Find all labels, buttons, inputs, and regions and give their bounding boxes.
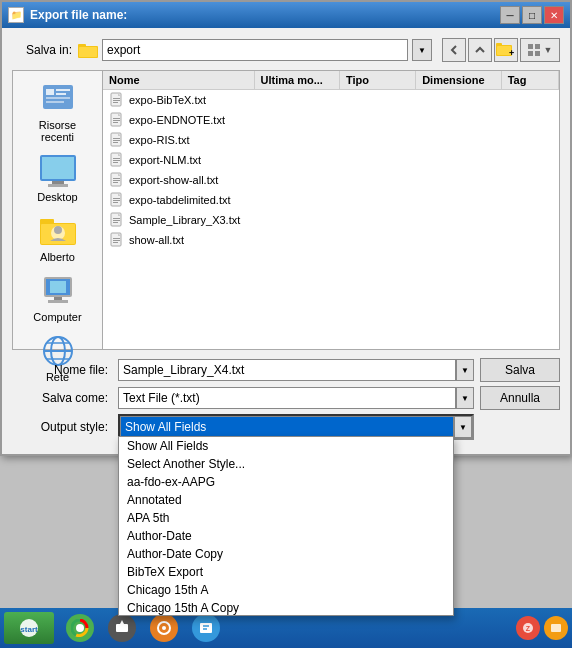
output-style-label: Output style: <box>12 420 112 434</box>
output-style-arrow[interactable]: ▼ <box>454 416 472 438</box>
sidebar-item-computer[interactable]: Computer <box>18 269 98 327</box>
svg-rect-42 <box>113 120 120 121</box>
dropdown-item[interactable]: Chicago 15th A Copy <box>119 599 453 616</box>
sidebar-label-alberto: Alberto <box>40 251 75 263</box>
user-folder-icon <box>38 213 78 249</box>
file-item[interactable]: export-show-all.txt <box>103 170 559 190</box>
title-bar-left: 📁 Export file name: <box>8 7 127 23</box>
svg-rect-54 <box>113 180 120 181</box>
file-item[interactable]: expo-BibTeX.txt <box>103 90 559 110</box>
new-folder-button[interactable]: + <box>494 38 518 62</box>
minimize-button[interactable]: ─ <box>500 6 520 24</box>
file-name: expo-ENDNOTE.txt <box>129 114 553 126</box>
svg-text:+: + <box>509 48 514 58</box>
svg-rect-51 <box>113 162 118 163</box>
salva-in-combo: export ▼ <box>78 39 432 61</box>
svg-rect-2 <box>79 47 97 57</box>
svg-rect-29 <box>48 300 68 303</box>
dropdown-item[interactable]: Show All Fields <box>119 437 453 455</box>
svg-rect-46 <box>113 140 120 141</box>
svg-rect-61 <box>113 218 120 219</box>
svg-rect-10 <box>535 51 540 56</box>
sidebar: Risorse recenti Desktop <box>12 70 102 350</box>
svg-rect-77 <box>200 623 212 633</box>
svg-rect-65 <box>113 238 120 239</box>
svg-rect-39 <box>113 102 118 103</box>
svg-rect-15 <box>46 97 70 99</box>
col-tag-header[interactable]: Tag <box>502 71 559 89</box>
svg-rect-9 <box>528 51 533 56</box>
file-item[interactable]: show-all.txt <box>103 230 559 250</box>
svg-rect-37 <box>113 98 120 99</box>
dropdown-item[interactable]: APA 5th <box>119 509 453 527</box>
taskbar-btn-1[interactable] <box>60 612 100 644</box>
file-list-area: Nome Ultima mo... Tipo Dimensione Tag <box>102 70 560 350</box>
file-item[interactable]: export-NLM.txt <box>103 150 559 170</box>
nome-file-input[interactable] <box>118 359 456 381</box>
dropdown-item[interactable]: BibTeX Export <box>119 563 453 581</box>
sidebar-label-computer: Computer <box>33 311 81 323</box>
location-combo-arrow[interactable]: ▼ <box>412 39 432 61</box>
sidebar-item-rete[interactable]: Rete <box>18 329 98 387</box>
file-browser: Risorse recenti Desktop <box>12 70 560 350</box>
title-controls: ─ □ ✕ <box>500 6 564 24</box>
file-name: export-show-all.txt <box>129 174 553 186</box>
file-item[interactable]: expo-RIS.txt <box>103 130 559 150</box>
up-button[interactable] <box>468 38 492 62</box>
taskbar-icon-red[interactable]: Z <box>516 616 540 640</box>
col-dim-header[interactable]: Dimensione <box>416 71 502 89</box>
dropdown-item[interactable]: Select Another Style... <box>119 455 453 473</box>
main-content: Salva in: export ▼ <box>2 28 570 454</box>
start-button[interactable]: start <box>4 612 54 644</box>
recent-icon <box>38 81 78 117</box>
location-combo[interactable]: export <box>102 39 408 61</box>
salva-come-arrow[interactable]: ▼ <box>456 387 474 409</box>
dropdown-item[interactable]: Author-Date <box>119 527 453 545</box>
taskbar-system-icons: Z <box>516 616 568 640</box>
sidebar-item-desktop[interactable]: Desktop <box>18 149 98 207</box>
taskbar-icon-yellow[interactable] <box>544 616 568 640</box>
col-ultima-header[interactable]: Ultima mo... <box>255 71 341 89</box>
view-button[interactable]: ▼ <box>520 38 560 62</box>
svg-rect-38 <box>113 100 120 101</box>
taskbar-btn-2[interactable] <box>102 612 142 644</box>
file-item[interactable]: Sample_Library_X3.txt <box>103 210 559 230</box>
maximize-button[interactable]: □ <box>522 6 542 24</box>
window-title: Export file name: <box>30 8 127 22</box>
file-icon <box>109 132 125 148</box>
svg-rect-12 <box>46 89 54 95</box>
svg-rect-67 <box>113 242 118 243</box>
svg-rect-58 <box>113 200 120 201</box>
close-button[interactable]: ✕ <box>544 6 564 24</box>
sidebar-item-alberto[interactable]: Alberto <box>18 209 98 267</box>
file-name: expo-RIS.txt <box>129 134 553 146</box>
dropdown-item[interactable]: aa-fdo-ex-AAPG <box>119 473 453 491</box>
svg-rect-47 <box>113 142 118 143</box>
salva-button[interactable]: Salva <box>480 358 560 382</box>
dropdown-item[interactable]: Chicago 15th A <box>119 581 453 599</box>
annulla-button[interactable]: Annulla <box>480 386 560 410</box>
taskbar-icon-2 <box>108 614 136 642</box>
svg-rect-16 <box>46 101 64 103</box>
salva-in-row: Salva in: export ▼ <box>12 38 560 62</box>
sidebar-item-risorse-recenti[interactable]: Risorse recenti <box>18 77 98 147</box>
col-tipo-header[interactable]: Tipo <box>340 71 416 89</box>
col-nome-header[interactable]: Nome <box>103 71 255 89</box>
sidebar-label-risorse: Risorse recenti <box>22 119 94 143</box>
file-item[interactable]: expo-ENDNOTE.txt <box>103 110 559 130</box>
back-button[interactable] <box>442 38 466 62</box>
svg-point-25 <box>54 226 62 234</box>
svg-rect-45 <box>113 138 120 139</box>
taskbar-btn-3[interactable] <box>144 612 184 644</box>
svg-rect-63 <box>113 222 118 223</box>
taskbar-btn-4[interactable] <box>186 612 226 644</box>
nome-file-arrow[interactable]: ▼ <box>456 359 474 381</box>
file-item[interactable]: expo-tabdelimited.txt <box>103 190 559 210</box>
svg-rect-55 <box>113 182 118 183</box>
file-icon <box>109 112 125 128</box>
dropdown-item[interactable]: Annotated <box>119 491 453 509</box>
file-icon <box>109 152 125 168</box>
dropdown-item[interactable]: Author-Date Copy <box>119 545 453 563</box>
file-icon <box>109 192 125 208</box>
desktop-icon <box>38 153 78 189</box>
